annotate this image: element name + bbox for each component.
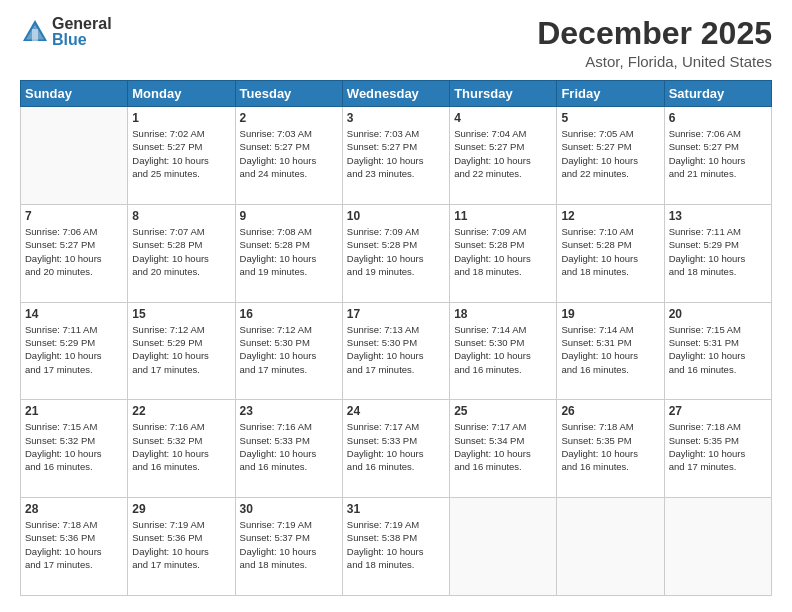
title-section: December 2025 Astor, Florida, United Sta…	[537, 16, 772, 70]
table-row: 8Sunrise: 7:07 AMSunset: 5:28 PMDaylight…	[128, 204, 235, 302]
day-info: Sunrise: 7:16 AMSunset: 5:33 PMDaylight:…	[240, 420, 338, 473]
logo-icon	[20, 17, 50, 47]
day-number: 3	[347, 111, 445, 125]
day-number: 12	[561, 209, 659, 223]
day-info: Sunrise: 7:19 AMSunset: 5:37 PMDaylight:…	[240, 518, 338, 571]
table-row	[21, 107, 128, 205]
day-info: Sunrise: 7:15 AMSunset: 5:31 PMDaylight:…	[669, 323, 767, 376]
day-info: Sunrise: 7:11 AMSunset: 5:29 PMDaylight:…	[25, 323, 123, 376]
table-row: 25Sunrise: 7:17 AMSunset: 5:34 PMDayligh…	[450, 400, 557, 498]
table-row: 26Sunrise: 7:18 AMSunset: 5:35 PMDayligh…	[557, 400, 664, 498]
day-number: 30	[240, 502, 338, 516]
table-row	[450, 498, 557, 596]
day-number: 19	[561, 307, 659, 321]
table-row	[557, 498, 664, 596]
day-info: Sunrise: 7:03 AMSunset: 5:27 PMDaylight:…	[347, 127, 445, 180]
table-row: 10Sunrise: 7:09 AMSunset: 5:28 PMDayligh…	[342, 204, 449, 302]
calendar: Sunday Monday Tuesday Wednesday Thursday…	[20, 80, 772, 596]
day-number: 5	[561, 111, 659, 125]
table-row: 28Sunrise: 7:18 AMSunset: 5:36 PMDayligh…	[21, 498, 128, 596]
table-row: 14Sunrise: 7:11 AMSunset: 5:29 PMDayligh…	[21, 302, 128, 400]
day-info: Sunrise: 7:13 AMSunset: 5:30 PMDaylight:…	[347, 323, 445, 376]
day-number: 26	[561, 404, 659, 418]
day-number: 27	[669, 404, 767, 418]
logo-general-text: General	[52, 16, 112, 32]
day-info: Sunrise: 7:19 AMSunset: 5:36 PMDaylight:…	[132, 518, 230, 571]
day-info: Sunrise: 7:04 AMSunset: 5:27 PMDaylight:…	[454, 127, 552, 180]
table-row: 19Sunrise: 7:14 AMSunset: 5:31 PMDayligh…	[557, 302, 664, 400]
col-wednesday: Wednesday	[342, 81, 449, 107]
table-row: 4Sunrise: 7:04 AMSunset: 5:27 PMDaylight…	[450, 107, 557, 205]
day-number: 6	[669, 111, 767, 125]
day-number: 13	[669, 209, 767, 223]
day-info: Sunrise: 7:06 AMSunset: 5:27 PMDaylight:…	[25, 225, 123, 278]
day-number: 14	[25, 307, 123, 321]
day-number: 16	[240, 307, 338, 321]
table-row: 20Sunrise: 7:15 AMSunset: 5:31 PMDayligh…	[664, 302, 771, 400]
day-info: Sunrise: 7:18 AMSunset: 5:35 PMDaylight:…	[669, 420, 767, 473]
day-info: Sunrise: 7:05 AMSunset: 5:27 PMDaylight:…	[561, 127, 659, 180]
day-number: 1	[132, 111, 230, 125]
table-row: 23Sunrise: 7:16 AMSunset: 5:33 PMDayligh…	[235, 400, 342, 498]
table-row: 12Sunrise: 7:10 AMSunset: 5:28 PMDayligh…	[557, 204, 664, 302]
day-info: Sunrise: 7:07 AMSunset: 5:28 PMDaylight:…	[132, 225, 230, 278]
table-row: 3Sunrise: 7:03 AMSunset: 5:27 PMDaylight…	[342, 107, 449, 205]
page: General Blue December 2025 Astor, Florid…	[0, 0, 792, 612]
day-info: Sunrise: 7:15 AMSunset: 5:32 PMDaylight:…	[25, 420, 123, 473]
day-info: Sunrise: 7:09 AMSunset: 5:28 PMDaylight:…	[454, 225, 552, 278]
day-number: 15	[132, 307, 230, 321]
table-row: 22Sunrise: 7:16 AMSunset: 5:32 PMDayligh…	[128, 400, 235, 498]
day-info: Sunrise: 7:14 AMSunset: 5:31 PMDaylight:…	[561, 323, 659, 376]
table-row: 16Sunrise: 7:12 AMSunset: 5:30 PMDayligh…	[235, 302, 342, 400]
day-info: Sunrise: 7:11 AMSunset: 5:29 PMDaylight:…	[669, 225, 767, 278]
day-number: 20	[669, 307, 767, 321]
day-number: 25	[454, 404, 552, 418]
table-row: 15Sunrise: 7:12 AMSunset: 5:29 PMDayligh…	[128, 302, 235, 400]
day-number: 29	[132, 502, 230, 516]
day-info: Sunrise: 7:02 AMSunset: 5:27 PMDaylight:…	[132, 127, 230, 180]
day-info: Sunrise: 7:09 AMSunset: 5:28 PMDaylight:…	[347, 225, 445, 278]
day-number: 28	[25, 502, 123, 516]
table-row: 31Sunrise: 7:19 AMSunset: 5:38 PMDayligh…	[342, 498, 449, 596]
table-row: 27Sunrise: 7:18 AMSunset: 5:35 PMDayligh…	[664, 400, 771, 498]
logo-text: General Blue	[52, 16, 112, 48]
location-title: Astor, Florida, United States	[537, 53, 772, 70]
col-thursday: Thursday	[450, 81, 557, 107]
day-info: Sunrise: 7:18 AMSunset: 5:35 PMDaylight:…	[561, 420, 659, 473]
col-sunday: Sunday	[21, 81, 128, 107]
svg-rect-2	[32, 29, 38, 41]
calendar-header-row: Sunday Monday Tuesday Wednesday Thursday…	[21, 81, 772, 107]
day-info: Sunrise: 7:03 AMSunset: 5:27 PMDaylight:…	[240, 127, 338, 180]
table-row	[664, 498, 771, 596]
day-number: 8	[132, 209, 230, 223]
day-info: Sunrise: 7:12 AMSunset: 5:30 PMDaylight:…	[240, 323, 338, 376]
day-number: 22	[132, 404, 230, 418]
day-info: Sunrise: 7:10 AMSunset: 5:28 PMDaylight:…	[561, 225, 659, 278]
day-info: Sunrise: 7:06 AMSunset: 5:27 PMDaylight:…	[669, 127, 767, 180]
day-info: Sunrise: 7:16 AMSunset: 5:32 PMDaylight:…	[132, 420, 230, 473]
col-monday: Monday	[128, 81, 235, 107]
day-info: Sunrise: 7:19 AMSunset: 5:38 PMDaylight:…	[347, 518, 445, 571]
table-row: 13Sunrise: 7:11 AMSunset: 5:29 PMDayligh…	[664, 204, 771, 302]
day-number: 17	[347, 307, 445, 321]
table-row: 29Sunrise: 7:19 AMSunset: 5:36 PMDayligh…	[128, 498, 235, 596]
day-info: Sunrise: 7:17 AMSunset: 5:34 PMDaylight:…	[454, 420, 552, 473]
table-row: 5Sunrise: 7:05 AMSunset: 5:27 PMDaylight…	[557, 107, 664, 205]
day-info: Sunrise: 7:08 AMSunset: 5:28 PMDaylight:…	[240, 225, 338, 278]
day-number: 9	[240, 209, 338, 223]
col-tuesday: Tuesday	[235, 81, 342, 107]
table-row: 17Sunrise: 7:13 AMSunset: 5:30 PMDayligh…	[342, 302, 449, 400]
day-number: 23	[240, 404, 338, 418]
table-row: 7Sunrise: 7:06 AMSunset: 5:27 PMDaylight…	[21, 204, 128, 302]
day-number: 21	[25, 404, 123, 418]
day-info: Sunrise: 7:12 AMSunset: 5:29 PMDaylight:…	[132, 323, 230, 376]
header: General Blue December 2025 Astor, Florid…	[20, 16, 772, 70]
month-title: December 2025	[537, 16, 772, 51]
day-number: 11	[454, 209, 552, 223]
table-row: 1Sunrise: 7:02 AMSunset: 5:27 PMDaylight…	[128, 107, 235, 205]
day-info: Sunrise: 7:14 AMSunset: 5:30 PMDaylight:…	[454, 323, 552, 376]
day-number: 31	[347, 502, 445, 516]
table-row: 21Sunrise: 7:15 AMSunset: 5:32 PMDayligh…	[21, 400, 128, 498]
day-info: Sunrise: 7:18 AMSunset: 5:36 PMDaylight:…	[25, 518, 123, 571]
day-number: 24	[347, 404, 445, 418]
